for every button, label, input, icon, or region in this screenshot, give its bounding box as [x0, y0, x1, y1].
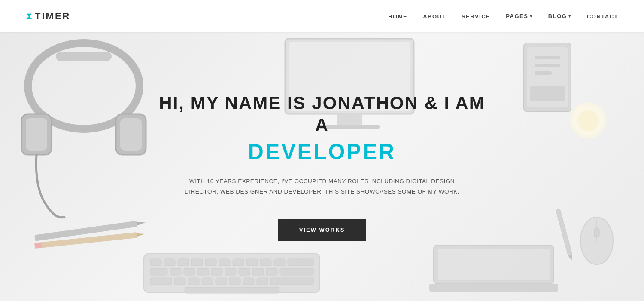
svg-marker-22 [137, 233, 145, 236]
hero-description: WITH 10 YEARS EXPERIENCE, I'VE OCCUPIED … [176, 176, 468, 197]
svg-rect-49 [202, 278, 213, 285]
svg-rect-34 [274, 259, 285, 266]
nav-link-service[interactable]: SERVICE [462, 13, 490, 20]
logo-link[interactable]: ⧗ TIMER [26, 11, 70, 22]
view-works-button[interactable]: VIEW WORKS [278, 219, 367, 241]
svg-rect-25 [150, 259, 161, 266]
svg-rect-42 [239, 268, 250, 275]
hero-section: HI, MY NAME IS JONATHON & I AM A DEVELOP… [0, 0, 644, 301]
svg-rect-31 [233, 259, 244, 266]
lamp-decoration [567, 99, 610, 142]
nav-link-about[interactable]: ABOUT [423, 13, 446, 20]
mouse-decoration [575, 206, 618, 267]
svg-rect-55 [185, 287, 279, 293]
svg-rect-37 [170, 268, 181, 275]
svg-marker-63 [568, 255, 574, 261]
keyboard-decoration [142, 249, 322, 301]
svg-rect-43 [252, 268, 264, 275]
svg-rect-30 [219, 259, 230, 266]
svg-rect-45 [280, 268, 313, 275]
svg-rect-51 [229, 278, 240, 285]
svg-marker-20 [137, 221, 146, 226]
svg-rect-44 [266, 268, 277, 275]
svg-rect-5 [56, 52, 112, 61]
svg-rect-29 [205, 259, 216, 266]
svg-rect-46 [150, 278, 172, 285]
svg-rect-12 [535, 56, 560, 59]
nav-item-home[interactable]: HOME [388, 12, 407, 20]
svg-rect-35 [288, 259, 313, 266]
nav-link-blog[interactable]: BLOG ▾ [548, 13, 571, 19]
navbar: ⧗ TIMER HOME ABOUT SERVICE PAGES ▾ BLOG … [0, 0, 644, 32]
blog-dropdown-arrow: ▾ [568, 14, 571, 18]
nav-item-about[interactable]: ABOUT [423, 12, 446, 20]
hero-content: HI, MY NAME IS JONATHON & I AM A DEVELOP… [150, 84, 494, 249]
svg-rect-41 [225, 268, 236, 275]
svg-rect-15 [530, 86, 565, 101]
nav-link-contact[interactable]: CONTACT [587, 13, 618, 20]
svg-rect-4 [120, 118, 142, 150]
svg-rect-40 [211, 268, 222, 275]
svg-rect-14 [535, 71, 552, 75]
svg-rect-48 [188, 278, 199, 285]
svg-rect-58 [429, 284, 558, 292]
pages-dropdown-arrow: ▾ [530, 14, 533, 18]
logo-icon: ⧗ [26, 11, 32, 22]
nav-item-pages[interactable]: PAGES ▾ [506, 13, 533, 19]
nav-link-home[interactable]: HOME [388, 13, 407, 20]
nav-item-contact[interactable]: CONTACT [587, 12, 618, 20]
logo-text: TIMER [35, 11, 70, 22]
nav-item-service[interactable]: SERVICE [462, 12, 490, 20]
svg-rect-50 [216, 278, 227, 285]
svg-rect-26 [164, 259, 175, 266]
hero-role: DEVELOPER [159, 139, 485, 164]
svg-rect-2 [26, 118, 47, 150]
svg-rect-36 [150, 268, 167, 275]
svg-rect-28 [191, 259, 203, 266]
nav-link-pages[interactable]: PAGES ▾ [506, 13, 533, 19]
nav-item-blog[interactable]: BLOG ▾ [548, 13, 571, 19]
svg-rect-23 [34, 242, 42, 249]
nav-links: HOME ABOUT SERVICE PAGES ▾ BLOG ▾ CONTAC… [388, 12, 618, 20]
svg-rect-54 [270, 278, 313, 285]
headphones-decoration [13, 39, 155, 219]
svg-rect-61 [594, 228, 599, 237]
hero-title: HI, MY NAME IS JONATHON & I AM A [159, 92, 485, 136]
svg-rect-33 [260, 259, 271, 266]
svg-rect-39 [197, 268, 209, 275]
svg-rect-47 [174, 278, 185, 285]
svg-rect-27 [178, 259, 189, 266]
svg-rect-38 [184, 268, 195, 275]
svg-rect-13 [535, 64, 560, 67]
svg-rect-53 [257, 278, 268, 285]
svg-rect-52 [243, 278, 254, 285]
svg-rect-32 [246, 259, 258, 266]
svg-point-18 [577, 110, 599, 131]
svg-rect-57 [438, 249, 550, 280]
